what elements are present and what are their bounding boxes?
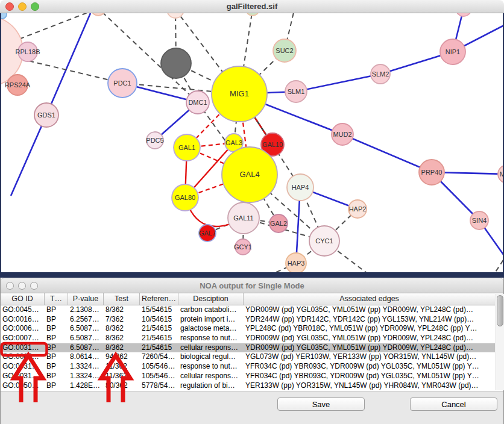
table-cell[interactable]: 8/362 bbox=[104, 334, 140, 343]
table-cell[interactable]: GO:0050… bbox=[1, 381, 45, 391]
node-GAL11[interactable]: GAL11 bbox=[228, 202, 259, 234]
column-header-3[interactable]: P-value bbox=[68, 293, 104, 305]
table-cell[interactable]: 105/546… bbox=[140, 362, 178, 372]
save-button[interactable]: Save bbox=[277, 398, 365, 411]
node-SLM1[interactable]: SLM1 bbox=[285, 81, 307, 102]
node-CYC1[interactable]: CYC1 bbox=[309, 226, 339, 256]
table-cell[interactable]: biological regul… bbox=[178, 352, 244, 362]
table-cell[interactable]: response to nut… bbox=[178, 334, 244, 343]
table-cell[interactable]: 21/54615 bbox=[140, 334, 178, 343]
table-cell[interactable]: cellular respons… bbox=[178, 343, 244, 353]
table-cell[interactable]: BP bbox=[45, 362, 68, 372]
node-SIN4[interactable]: SIN4 bbox=[470, 211, 488, 229]
node-GDS1[interactable]: GDS1 bbox=[34, 103, 58, 127]
table-cell[interactable]: 6.5087… bbox=[68, 343, 104, 353]
node-PDC5[interactable]: PDC5 bbox=[146, 132, 163, 149]
column-header-2[interactable]: T… bbox=[45, 293, 68, 305]
network-window-titlebar[interactable]: galFiltered.sif bbox=[0, 0, 504, 13]
table-cell[interactable]: YGL073W (pd) YER103W, YER133W (pp) YOR31… bbox=[244, 352, 495, 362]
table-cell[interactable]: YDR009W (pd) YGL035C, YML051W (pp) YDR00… bbox=[244, 334, 495, 343]
node-GAL1[interactable]: GAL1 bbox=[174, 134, 200, 161]
table-cell[interactable]: 80/362 bbox=[104, 381, 140, 391]
node-HAP4[interactable]: HAP4 bbox=[287, 174, 313, 201]
table-cell[interactable]: cellular respons… bbox=[178, 372, 244, 381]
column-header-1[interactable]: GO ID bbox=[1, 293, 45, 305]
table-cell[interactable]: 1.3324… bbox=[68, 372, 104, 381]
edge-x-x[interactable] bbox=[491, 259, 503, 272]
node-MIG1[interactable]: MIG1 bbox=[212, 66, 267, 122]
edge-GDS1-x[interactable] bbox=[11, 115, 46, 196]
table-cell[interactable]: GO:0065… bbox=[1, 352, 45, 362]
edge-GDS1-x[interactable] bbox=[46, 13, 90, 115]
table-cell[interactable]: protein import i… bbox=[178, 315, 244, 325]
table-cell[interactable]: YFR034C (pd) YBR093C, YDR009W (pd) YGL03… bbox=[244, 362, 495, 372]
table-cell[interactable]: 11/362 bbox=[104, 372, 140, 381]
table-cell[interactable]: YDR009W (pd) YGL035C, YML051W (pp) YDR00… bbox=[244, 305, 495, 315]
node-unlabeled[interactable] bbox=[161, 48, 191, 78]
node-GAL7[interactable]: GAL7 bbox=[199, 225, 216, 242]
table-cell[interactable]: GO:0045… bbox=[1, 305, 45, 315]
table-cell[interactable]: 8/362 bbox=[104, 343, 140, 353]
table-row-2[interactable]: GO:0016…BP6.2567…7/36210/54615protein im… bbox=[1, 315, 495, 325]
table-cell[interactable]: GO:0016… bbox=[1, 315, 45, 325]
table-cell[interactable]: 7260/54… bbox=[140, 352, 178, 362]
table-cell[interactable]: YPL248C (pd) YBR018C, YML051W (pp) YDR00… bbox=[244, 324, 495, 334]
table-cell[interactable]: 10/54615 bbox=[140, 315, 178, 325]
table-cell[interactable]: 21/54615 bbox=[140, 343, 178, 353]
table-cell[interactable]: BP bbox=[45, 352, 68, 362]
zoom-button[interactable] bbox=[31, 2, 39, 11]
table-cell[interactable]: GO:0006… bbox=[1, 324, 45, 334]
node-PDC1[interactable]: PDC1 bbox=[108, 69, 137, 98]
table-cell[interactable]: BP bbox=[45, 315, 68, 325]
table-cell[interactable]: BP bbox=[45, 324, 68, 334]
table-cell[interactable]: 8.0614… bbox=[68, 352, 104, 362]
table-cell[interactable]: BP bbox=[45, 372, 68, 381]
table-row-5[interactable]: GO:0031…BP6.5087…8/36221/54615cellular r… bbox=[1, 343, 495, 353]
table-cell[interactable]: 94/362 bbox=[104, 352, 140, 362]
edge-MUD2-PRP40[interactable] bbox=[342, 134, 432, 172]
table-cell[interactable]: regulation of bi… bbox=[178, 381, 244, 391]
node-MSN[interactable]: MSN bbox=[498, 165, 503, 183]
table-cell[interactable]: 21/54615 bbox=[140, 324, 178, 334]
table-row-7[interactable]: GO:0031…BP1.3324…11/362105/546…response … bbox=[1, 362, 495, 372]
table-cell[interactable]: 8/362 bbox=[104, 324, 140, 334]
table-cell[interactable]: YFR034C (pd) YBR093C, YDR009W (pd) YGL03… bbox=[244, 372, 495, 381]
column-header-5[interactable]: Referen… bbox=[140, 293, 178, 305]
minimize-button[interactable] bbox=[18, 2, 27, 11]
table-cell[interactable]: 6.2567… bbox=[68, 315, 104, 325]
column-header-6[interactable]: Desciption bbox=[178, 293, 244, 305]
table-cell[interactable]: 6.5087… bbox=[68, 334, 104, 343]
table-cell[interactable]: galactose meta… bbox=[178, 324, 244, 334]
table-cell[interactable]: BP bbox=[45, 305, 68, 315]
table-cell[interactable]: 7/362 bbox=[104, 315, 140, 325]
table-cell[interactable]: BP bbox=[45, 334, 68, 343]
node-unlabeled[interactable] bbox=[91, 13, 106, 16]
table-cell[interactable]: 2.1308… bbox=[68, 305, 104, 315]
zoom-button-inactive[interactable] bbox=[30, 282, 38, 290]
noa-window-titlebar[interactable]: NOA output for Single Mode bbox=[1, 278, 503, 293]
table-row-1[interactable]: GO:0045…BP2.1308…8/36215/54615carbon cat… bbox=[1, 305, 495, 315]
node-unlabeled[interactable] bbox=[246, 13, 259, 16]
table-cell[interactable]: BP bbox=[45, 343, 68, 353]
node-GAL2[interactable]: GAL2 bbox=[269, 214, 288, 232]
minimize-button-inactive[interactable] bbox=[18, 282, 26, 290]
table-row-3[interactable]: GO:0006…BP6.5087…8/36221/54615galactose … bbox=[1, 324, 495, 334]
table-row-4[interactable]: GO:0007…BP6.5087…8/36221/54615response t… bbox=[1, 334, 495, 343]
table-cell[interactable]: 105/546… bbox=[140, 372, 178, 381]
table-cell[interactable]: 1.3324… bbox=[68, 362, 104, 372]
table-cell[interactable]: carbon cataboli… bbox=[178, 305, 244, 315]
column-header-4[interactable]: Test bbox=[104, 293, 140, 305]
table-scrollbar[interactable] bbox=[496, 294, 504, 390]
column-header-7[interactable]: Associated edges bbox=[244, 293, 495, 305]
network-canvas[interactable]: RPL18BRPS24AGDS1PDC1SUC2SLM1SLM2NIP1MUD2… bbox=[0, 13, 504, 272]
table-cell[interactable]: 6.5087… bbox=[68, 324, 104, 334]
table-cell[interactable]: 1.428E… bbox=[68, 381, 104, 391]
table-cell[interactable]: GO:0031… bbox=[1, 343, 45, 353]
network-graph[interactable]: RPL18BRPS24AGDS1PDC1SUC2SLM1SLM2NIP1MUD2… bbox=[1, 13, 503, 272]
table-cell[interactable]: GO:0031… bbox=[1, 372, 45, 381]
node-GAL4[interactable]: GAL4 bbox=[222, 147, 277, 202]
table-cell[interactable]: 8/362 bbox=[104, 305, 140, 315]
cancel-button[interactable]: Cancel bbox=[410, 398, 497, 411]
node-unlabeled[interactable] bbox=[1, 13, 7, 19]
table-cell[interactable]: 5778/54… bbox=[140, 381, 178, 391]
